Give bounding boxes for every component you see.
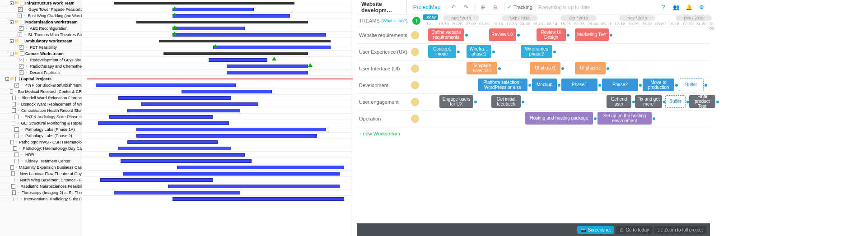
task-card[interactable]: Get initial feedback [491,95,521,108]
zoom-full-button[interactable]: ⛶ Zoom to full project [654,226,706,234]
tree-row[interactable]: ✓▫Guys Tower Façade Feasibilit [0,6,82,13]
share-icon[interactable]: 👥 [671,2,681,13]
screenshot-button[interactable]: 📷 Screenshot [577,226,615,234]
task-checkbox[interactable] [12,190,16,195]
task-bar[interactable] [136,128,326,131]
go-to-today-button[interactable]: ◎ Go to today [616,226,653,234]
project-title[interactable]: Website developm… [357,1,406,14]
tree-row[interactable]: ▫Maternity Expansion Business Cas [0,164,82,171]
task-checkbox[interactable] [11,171,15,176]
connector-icon[interactable] [561,67,564,70]
task-bar[interactable] [182,90,272,93]
milestone-icon[interactable] [213,44,218,48]
add-stream-button[interactable]: + [412,17,420,25]
task-checkbox[interactable] [20,1,24,5]
task-card[interactable]: Template selection [467,62,497,74]
tree-row[interactable]: ✓▫A&E Reconfiguration [0,25,82,32]
tree-row[interactable]: ▫Centralisation Health Record Stor [0,107,82,114]
tree-row[interactable]: ▫Interventional Radiology Suite (I [0,196,82,202]
task-card[interactable]: Final product Test [689,95,715,108]
task-card[interactable]: Concept, mode [428,45,456,58]
undo-icon[interactable]: ↶ [448,2,459,13]
connector-icon[interactable] [553,51,556,53]
milestone-icon[interactable] [173,6,177,10]
task-card[interactable]: Phase2 [602,79,638,91]
tree-row[interactable]: ▫ENT & Audiology Suite Phase II [0,114,82,120]
avatar-icon[interactable] [411,31,419,39]
tree-row[interactable]: ▫Pathology Labs (Phase 2) [0,133,82,139]
task-bar[interactable] [100,178,213,182]
expand-icon[interactable]: - [5,77,9,81]
task-bar[interactable] [209,58,267,62]
task-checkbox[interactable]: ✓ [19,45,23,50]
task-bar[interactable] [123,172,340,176]
tracking-toggle[interactable]: ✓Tracking [504,3,536,11]
task-bar[interactable] [227,65,308,68]
task-tree[interactable]: -📁Infrastructure Work Team✓▫Guys Tower F… [0,0,82,236]
task-checkbox[interactable] [14,159,19,163]
task-checkbox[interactable] [10,165,14,170]
tree-row[interactable]: -📁Infrastructure Work Team [0,0,82,6]
task-bar[interactable] [227,71,308,74]
connector-icon[interactable] [639,84,642,87]
tree-row[interactable]: ▫Bostock Ward Replacement of Wi [0,101,82,107]
tree-row[interactable]: ▫HDR [0,152,82,158]
tab-projectmap[interactable]: ProjectMap [406,0,447,14]
task-bar[interactable] [173,8,254,11]
task-bar[interactable] [127,140,218,144]
tree-row[interactable]: -📁Capital Projects [0,76,82,82]
task-bar[interactable] [213,46,331,49]
milestone-icon[interactable] [173,25,177,29]
task-card[interactable]: Phase1 [561,79,597,91]
tree-row[interactable]: ▫GLI Structural Monitoring & Repai [0,120,82,126]
connector-icon[interactable] [492,51,495,53]
task-card[interactable]: Wirefra… phase1 [467,45,491,58]
task-checkbox[interactable]: ✓ [19,26,23,31]
connector-icon[interactable] [457,51,460,53]
avatar-icon[interactable] [411,115,419,123]
task-card[interactable]: Hosting and hosting package [525,112,593,125]
task-bar[interactable] [118,96,231,100]
task-checkbox[interactable]: ✓ [19,70,23,75]
expand-icon[interactable]: - [10,39,14,43]
task-card[interactable]: Buffer [679,79,704,91]
expand-icon[interactable]: - [10,1,14,5]
task-bar[interactable] [173,27,245,30]
task-bar[interactable] [114,191,240,194]
connector-icon[interactable] [716,101,719,103]
avatar-icon[interactable] [411,48,419,56]
connector-icon[interactable] [675,84,678,87]
stream-label[interactable]: Development [357,83,411,88]
tree-row[interactable]: ✓▫Redevelopment of Guys Site [0,57,82,63]
avatar-icon[interactable] [411,81,419,89]
expand-icon[interactable]: - [10,52,14,56]
task-checkbox[interactable]: ✓ [18,32,22,37]
tree-row[interactable]: ▫North Wing Basement Entance - F [0,177,82,183]
milestone-icon[interactable] [173,13,177,16]
tree-row[interactable]: ▫Paediatric Neurosciences Feasibil [0,183,82,190]
task-checkbox[interactable] [20,39,24,43]
tree-row[interactable]: ✓▫PET Feasibility [0,44,82,51]
tree-row[interactable]: -📁Ambulatory Workstream [0,38,82,44]
gantt-chart[interactable] [82,0,353,236]
task-checkbox[interactable] [14,153,19,157]
what-is-this-link[interactable]: (What is this?) [382,19,408,23]
connector-icon[interactable] [705,84,707,87]
avatar-icon[interactable] [411,65,419,73]
task-checkbox[interactable] [20,51,24,56]
task-bar[interactable] [177,166,344,169]
task-bar[interactable] [136,134,317,138]
tree-row[interactable]: ✓▫East Wing Cladding (inc Ward [0,13,82,19]
task-card[interactable]: UI phase1 [530,62,560,74]
today-badge[interactable]: Today [423,14,438,20]
task-checkbox[interactable]: ✓ [19,58,23,62]
help-icon[interactable]: ? [658,2,669,13]
tree-row[interactable]: ▫Blundell Ward Relocation Florenc [0,95,82,101]
task-card[interactable]: Platform selection - WordPress or else [478,79,527,91]
connector-icon[interactable] [594,117,597,120]
tree-row[interactable]: ✓▫Radiotherapy and Chemothe [0,63,82,69]
task-bar[interactable] [173,33,326,37]
tree-row[interactable]: -📁Modernisation Workstream [0,19,82,25]
tree-row[interactable]: ▫New Laminar Flow Theatre at Guy [0,171,82,177]
stream-label[interactable]: Operation [357,116,411,121]
